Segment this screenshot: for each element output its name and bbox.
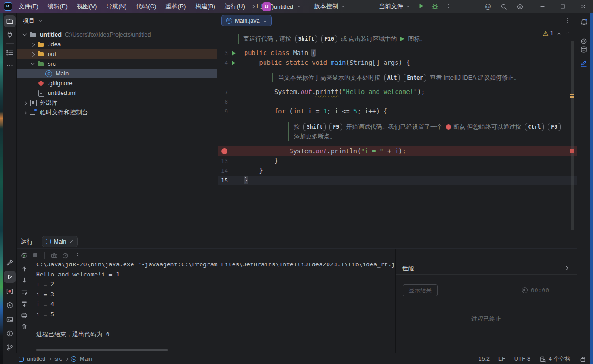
breakpoint-stripe-mark[interactable] xyxy=(570,149,574,153)
more-actions-button[interactable] xyxy=(445,2,452,11)
code-line[interactable]: 9 for (int i = 1; i <= 5; i++) { xyxy=(218,107,577,116)
memory-snapshot-gauge-icon[interactable] xyxy=(62,252,69,259)
code-line[interactable]: 15} xyxy=(218,176,577,185)
caret-position-widget[interactable]: 15:2 xyxy=(479,356,490,362)
database-toolwindow-button[interactable] xyxy=(578,44,590,56)
print-icon[interactable] xyxy=(21,312,28,319)
line-number[interactable] xyxy=(218,146,229,156)
version-control-toolwindow-button[interactable] xyxy=(4,341,16,353)
editor-options-kebab-icon[interactable] xyxy=(564,17,570,25)
status-breadcrumbs[interactable]: untitledsrcCMain xyxy=(19,353,92,364)
edit-pencil-toolwindow-button[interactable] xyxy=(578,57,590,69)
close-button[interactable] xyxy=(580,3,587,10)
run-button[interactable] xyxy=(417,2,425,11)
menu-item[interactable]: 运行(U) xyxy=(220,0,250,13)
tree-item[interactable]: 外部库 xyxy=(17,98,217,107)
line-number[interactable]: 13 xyxy=(218,156,229,166)
project-selector[interactable]: U untitled xyxy=(262,0,302,13)
warning-stripe-mark[interactable] xyxy=(570,96,574,98)
next-problem-chevron-icon[interactable] xyxy=(565,31,570,36)
tree-chevron-icon[interactable] xyxy=(23,111,27,115)
code-line[interactable]: 7 System.out.printf("Hello and welcome!"… xyxy=(218,87,577,97)
code-line[interactable]: System.out.println("i = " + i); xyxy=(218,146,577,156)
lock-widget[interactable] xyxy=(580,356,587,363)
services-toolwindow-button[interactable] xyxy=(4,299,16,311)
terminal-toolwindow-button[interactable] xyxy=(4,314,16,326)
tree-item[interactable]: src xyxy=(17,59,217,69)
menu-item[interactable]: 导航(N) xyxy=(101,0,131,13)
ai-assistant-icon[interactable]: @ xyxy=(485,3,491,10)
close-icon[interactable] xyxy=(263,19,267,23)
maximize-button[interactable] xyxy=(560,3,566,10)
inspections-widget[interactable]: ⚠ 1 xyxy=(543,30,570,37)
menu-item[interactable]: 代码(C) xyxy=(131,0,161,13)
problems-toolwindow-button[interactable] xyxy=(4,327,16,339)
editor-scrollbar[interactable] xyxy=(571,41,574,230)
more-toolwindows-button[interactable] xyxy=(4,59,16,71)
line-number[interactable]: 7 xyxy=(218,87,229,97)
scroll-to-end-icon[interactable] xyxy=(21,300,28,307)
tree-item[interactable]: .gitignore xyxy=(17,78,217,88)
build-toolwindow-button[interactable] xyxy=(4,257,16,269)
clear-console-trash-icon[interactable] xyxy=(21,323,28,330)
run-more-kebab-icon[interactable] xyxy=(75,252,81,260)
notifications-bell-icon[interactable] xyxy=(578,16,590,28)
debug-button[interactable] xyxy=(431,3,439,10)
profiler-toolwindow-button[interactable] xyxy=(4,285,16,297)
warning-stripe-mark[interactable] xyxy=(570,94,574,95)
code-editor[interactable]: 要运行代码，请按 ShiftF10 或 点击装订区域中的 图标。3public … xyxy=(218,28,577,185)
editor-tab-main-java[interactable]: C Main.java xyxy=(221,15,272,26)
breadcrumb-item[interactable]: Main xyxy=(80,356,92,362)
show-results-button[interactable]: 显示结果 xyxy=(403,284,438,296)
line-number[interactable]: 8 xyxy=(218,97,229,107)
tree-item[interactable]: .idea xyxy=(17,39,217,49)
tree-item[interactable]: 临时文件和控制台 xyxy=(17,107,217,117)
tree-chevron-icon[interactable] xyxy=(23,31,27,36)
code-line[interactable]: 4 public static void main(String[] args)… xyxy=(218,58,577,68)
line-number[interactable]: 14 xyxy=(218,166,229,176)
code-line[interactable]: 8 xyxy=(218,97,577,107)
structure-toolwindow-button[interactable] xyxy=(4,46,16,58)
tree-item[interactable]: untitled.iml xyxy=(17,88,217,98)
run-config-selector[interactable]: 当前文件 xyxy=(379,2,411,11)
console-horizontal-scrollbar[interactable] xyxy=(36,349,168,351)
project-panel-header[interactable]: 项目 xyxy=(23,13,43,29)
tree-chevron-icon[interactable] xyxy=(31,52,35,57)
stop-button[interactable] xyxy=(32,251,39,260)
line-number[interactable]: 3 xyxy=(218,48,229,58)
profiler-header[interactable]: 性能 xyxy=(396,263,577,275)
run-console[interactable]: C:\Java\jdk-20\bin\java.exe "-javaagent:… xyxy=(33,263,395,351)
up-stacktrace-icon[interactable] xyxy=(21,265,28,272)
run-gutter-icon[interactable] xyxy=(232,61,236,65)
tree-chevron-icon[interactable] xyxy=(23,101,27,106)
run-tab-main[interactable]: Main xyxy=(42,236,78,247)
tree-chevron-icon[interactable] xyxy=(31,43,35,47)
project-toolwindow-button[interactable] xyxy=(4,15,16,27)
menu-overflow-chevron-icon[interactable] xyxy=(251,3,257,10)
plugins-toolwindow-button[interactable] xyxy=(4,29,16,41)
prev-problem-chevron-icon[interactable] xyxy=(556,31,561,36)
down-stacktrace-icon[interactable] xyxy=(21,277,28,284)
tree-chevron-icon[interactable] xyxy=(31,61,35,65)
menu-item[interactable]: 构建(B) xyxy=(190,0,220,13)
settings-button[interactable] xyxy=(517,3,524,10)
tree-item[interactable]: untitledC:\Users\fox\IdeaProjects\untitl… xyxy=(17,30,217,39)
line-number[interactable]: 9 xyxy=(218,107,229,116)
breadcrumb-item[interactable]: src xyxy=(54,356,62,362)
menu-item[interactable]: 文件(F) xyxy=(14,0,43,13)
encoding-widget[interactable]: UTF-8 xyxy=(514,356,530,362)
code-line[interactable]: 14 } xyxy=(218,166,577,176)
rerun-button[interactable] xyxy=(20,252,28,259)
soft-wrap-icon[interactable] xyxy=(21,289,28,295)
menu-item[interactable]: 编辑(E) xyxy=(43,0,72,13)
code-line[interactable]: 3public class Main { xyxy=(218,48,577,58)
vcs-widget[interactable]: 版本控制 xyxy=(314,0,346,13)
menu-item[interactable]: 重构(R) xyxy=(161,0,190,13)
indent-widget[interactable]: 4 个空格 xyxy=(539,355,571,363)
breadcrumb-item[interactable]: untitled xyxy=(27,356,45,362)
close-icon[interactable] xyxy=(69,239,74,244)
line-number[interactable]: 4 xyxy=(218,58,229,68)
minimize-button[interactable] xyxy=(539,3,546,10)
menu-item[interactable]: 视图(V) xyxy=(72,0,101,13)
search-everywhere-button[interactable] xyxy=(500,3,507,10)
